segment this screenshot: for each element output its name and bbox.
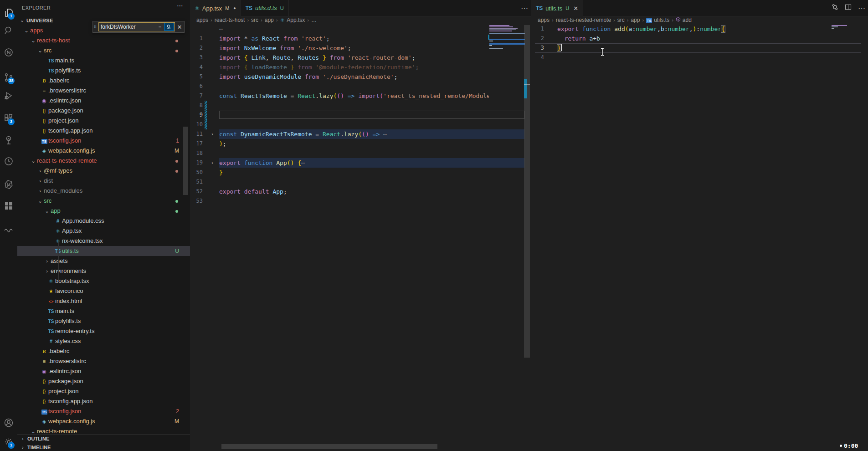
breadcrumb[interactable]: apps›react-ts-nested-remote›src›app›TSut… [531, 16, 868, 24]
tree-item-webpack.config.js[interactable]: ◈webpack.config.jsM [17, 146, 190, 156]
breadcrumb-item[interactable]: add [676, 17, 692, 23]
breadcrumb-item[interactable]: react-ts-nested-remote [556, 17, 611, 23]
open-changes-icon[interactable] [832, 4, 838, 12]
tab-utils.d.ts[interactable]: TSutils.d.tsU [241, 0, 289, 16]
breadcrumb[interactable]: apps›react-ts-host›src›app›⚛App.tsx›… [190, 16, 531, 24]
tree-item-favicon.ico[interactable]: ★favicon.ico [17, 286, 190, 296]
breadcrumb-item[interactable]: TSutils.ts [646, 17, 669, 23]
tree-item-assets[interactable]: ›assets [17, 256, 190, 266]
tree-item-.browserslistrc[interactable]: ≡.browserslistrc [17, 86, 190, 96]
vertical-scrollbar[interactable] [524, 25, 530, 358]
run-and-debug-icon[interactable] [0, 87, 17, 105]
workspace-name: UNIVERSE [26, 18, 53, 23]
tree-item-bootstrap.tsx[interactable]: ⚛bootstrap.tsx [17, 276, 190, 286]
minimap[interactable] [489, 25, 525, 52]
breadcrumb-item[interactable]: ⚛App.tsx [280, 17, 305, 23]
fold-chevron-icon[interactable]: › [209, 158, 216, 168]
tree-item-polyfills.ts[interactable]: TSpolyfills.ts [17, 66, 190, 76]
more-icon[interactable]: ⋯ [858, 4, 865, 12]
tree-item-react-ts-nested-remote[interactable]: ⌄react-ts-nested-remote [17, 156, 190, 166]
tree-item-project.json[interactable]: {}project.json [17, 116, 190, 126]
search-icon[interactable] [0, 21, 17, 40]
filter-icon[interactable]: ≡ [156, 24, 164, 30]
close-icon[interactable]: ✕ [175, 24, 184, 31]
settings-icon[interactable]: 1 [0, 433, 17, 451]
tab-utils.ts[interactable]: TSutils.tsU✕ [531, 0, 583, 16]
tree-item-.eslintrc.json[interactable]: ◉.eslintrc.json [17, 366, 190, 376]
outline-section-header[interactable]: › OUTLINE [17, 434, 190, 443]
tree-item-package.json[interactable]: {}package.json [17, 106, 190, 116]
tree-item-index.html[interactable]: <>index.html [17, 296, 190, 306]
code-editor-utils-ts[interactable]: 1export function add(a:number,b:number,)… [531, 24, 868, 451]
tree-item-polyfills.ts[interactable]: TSpolyfills.ts [17, 316, 190, 326]
tree-item-nx-welcome.tsx[interactable]: ⚛nx-welcome.tsx [17, 236, 190, 246]
project-tree-icon[interactable] [0, 131, 17, 149]
tab-App.tsx[interactable]: ⚛App.tsxM● [190, 0, 241, 16]
overview-ruler-cursor-marker [524, 84, 530, 85]
code-editor-app-tsx[interactable]: ⋯1import * as React from 'react';2import… [190, 24, 531, 451]
tree-item-environments[interactable]: ›environments [17, 266, 190, 276]
close-icon[interactable]: ✕ [573, 5, 578, 12]
tree-item-dist[interactable]: ›dist [17, 176, 190, 186]
find-input[interactable]: forkDtsWorker [99, 24, 156, 30]
tree-item-package.json[interactable]: {}package.json [17, 376, 190, 386]
tree-item-tsconfig.json[interactable]: TStsconfig.json2 [17, 406, 190, 416]
fuzzy-search-toggle[interactable] [164, 23, 174, 31]
tsconfig-icon: TS [40, 136, 48, 146]
tree-item-label: webpack.config.js [48, 418, 95, 425]
tree-item-react-ts-host[interactable]: ⌄react-ts-host [17, 36, 190, 46]
more-icon[interactable]: ⋯ [521, 4, 528, 12]
breadcrumb-item[interactable]: src [617, 17, 625, 23]
breadcrumb-item[interactable]: app [631, 17, 640, 23]
breadcrumb-item[interactable]: apps [538, 17, 550, 23]
tree-item-@mf-types[interactable]: ›@mf-types [17, 166, 190, 176]
timeline-section-header[interactable]: › TIMELINE [17, 443, 190, 451]
tree-item-.babelrc[interactable]: B.babelrc [17, 346, 190, 356]
breadcrumb-item[interactable]: … [311, 17, 317, 23]
sidebar-more-actions-icon[interactable]: ⋯ [177, 2, 184, 9]
tree-item-tsconfig.app.json[interactable]: {}tsconfig.app.json [17, 126, 190, 136]
sidebar-scrollbar[interactable] [183, 127, 188, 195]
source-control-icon[interactable]: 38 [0, 68, 17, 87]
breadcrumb-item[interactable]: app [265, 17, 274, 23]
tree-item-app[interactable]: ⌄app [17, 206, 190, 216]
extensions-icon[interactable]: 3 [0, 109, 17, 128]
git-status-badge: U [175, 246, 179, 256]
dirty-dot-icon[interactable]: ● [233, 6, 236, 10]
tree-item-.babelrc[interactable]: B.babelrc [17, 76, 190, 86]
accounts-icon[interactable] [0, 414, 17, 432]
text-cursor-pointer-icon [599, 47, 606, 58]
tree-item-tsconfig.app.json[interactable]: {}tsconfig.app.json [17, 396, 190, 406]
clock-icon[interactable] [0, 152, 17, 170]
tree-item-src[interactable]: ⌄src [17, 196, 190, 206]
tree-item-main.ts[interactable]: TSmain.ts [17, 56, 190, 66]
tree-item-label: .browserslistrc [48, 358, 86, 364]
breadcrumb-item[interactable]: react-ts-host [215, 17, 245, 23]
tree-item-.eslintrc.json[interactable]: ◉.eslintrc.json [17, 96, 190, 106]
tree-item-main.ts[interactable]: TSmain.ts [17, 306, 190, 316]
waves-icon[interactable] [0, 220, 17, 239]
recording-dot-icon [840, 445, 842, 447]
tree-item-webpack.config.js[interactable]: ◈webpack.config.jsM [17, 416, 190, 426]
tree-item-src[interactable]: ⌄src [17, 46, 190, 56]
tree-item-App.module.css[interactable]: #App.module.css [17, 216, 190, 226]
explorer-icon[interactable]: 1 [0, 4, 17, 22]
tree-item-project.json[interactable]: {}project.json [17, 386, 190, 396]
nx-console-icon[interactable] [0, 43, 17, 62]
kubernetes-icon[interactable] [0, 175, 17, 194]
tree-item-utils.ts[interactable]: TSutils.tsU [17, 246, 190, 256]
drag-grip-icon[interactable]: ⠿ [94, 26, 98, 29]
tree-item-styles.css[interactable]: #styles.css [17, 336, 190, 346]
tree-item-remote-entry.ts[interactable]: TSremote-entry.ts [17, 326, 190, 336]
tree-item-.browserslistrc[interactable]: ≡.browserslistrc [17, 356, 190, 366]
grid-icon[interactable] [0, 197, 17, 215]
tree-item-node-modules[interactable]: ›node_modules [17, 186, 190, 196]
horizontal-scrollbar[interactable] [221, 444, 437, 449]
split-editor-icon[interactable] [845, 4, 852, 12]
minimap[interactable] [832, 25, 850, 34]
breadcrumb-item[interactable]: src [251, 17, 258, 23]
breadcrumb-item[interactable]: apps [196, 17, 208, 23]
tree-item-App.tsx[interactable]: ⚛App.tsx [17, 226, 190, 236]
tree-item-tsconfig.json[interactable]: TStsconfig.json1 [17, 136, 190, 146]
fold-chevron-icon[interactable]: › [209, 129, 216, 139]
